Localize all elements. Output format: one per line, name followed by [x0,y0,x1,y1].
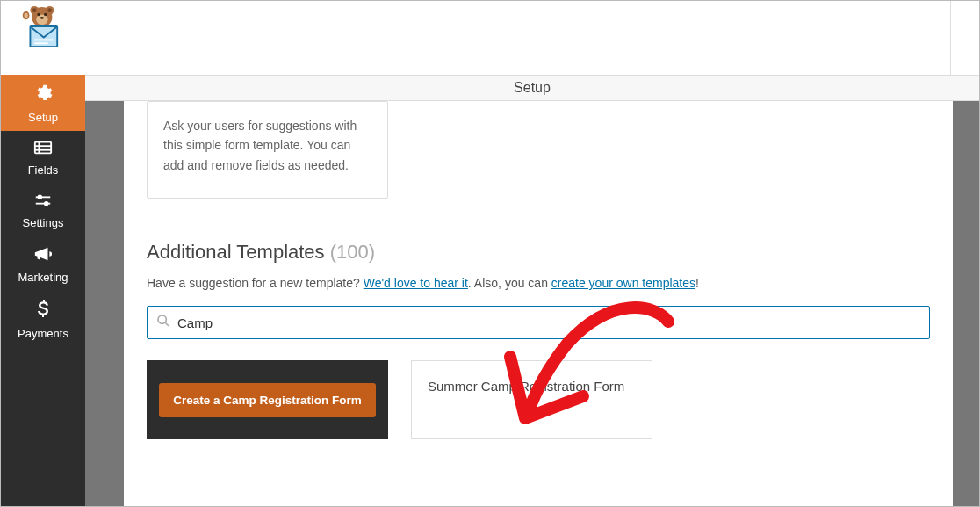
create-form-button[interactable]: Create a Camp Registration Form [159,383,376,417]
app-logo [14,5,67,54]
svg-point-3 [32,8,37,12]
sidebar-item-label: Fields [28,163,59,177]
sidebar: Setup Fields Settings Marketing Payments [1,75,85,506]
section-title: Additional Templates (100) [147,241,930,264]
svg-point-5 [36,15,47,25]
svg-point-7 [44,13,47,16]
svg-point-4 [47,8,52,12]
suggestion-link-create[interactable]: create your own templates [551,276,695,290]
sidebar-item-payments[interactable]: Payments [1,291,85,347]
sidebar-item-settings[interactable]: Settings [1,184,85,236]
sidebar-item-label: Settings [23,216,64,229]
svg-point-10 [25,13,28,18]
gear-icon [33,83,53,107]
svg-point-23 [158,315,166,323]
result-label: Summer Camp Registration Form [428,377,624,397]
section-title-text: Additional Templates [147,241,325,263]
sidebar-item-fields[interactable]: Fields [1,131,85,184]
dollar-icon [37,300,49,323]
svg-rect-13 [34,39,53,40]
suggestion-link-hear[interactable]: We'd love to hear it [364,276,468,290]
result-card-secondary[interactable]: Summer Camp Registration Form [411,360,652,439]
page-header: Setup [85,75,979,101]
template-card[interactable]: Ask your users for suggestions with this… [147,101,388,199]
page-title: Setup [514,80,551,96]
list-icon [33,140,53,160]
top-divider [950,1,951,75]
search-input[interactable] [177,315,920,330]
sidebar-item-label: Payments [18,327,68,340]
bullhorn-icon [33,245,53,267]
sidebar-item-marketing[interactable]: Marketing [1,236,85,291]
svg-point-8 [40,17,44,19]
sidebar-item-setup[interactable]: Setup [1,75,85,131]
svg-point-20 [39,196,42,199]
search-icon [156,314,170,331]
template-search[interactable] [147,306,930,339]
svg-point-6 [37,13,40,16]
results-row: Create a Camp Registration Form Summer C… [147,360,930,439]
sliders-icon [33,192,53,213]
svg-point-22 [45,202,48,206]
template-description: Ask your users for suggestions with this… [163,116,371,175]
svg-rect-15 [35,142,51,154]
svg-line-24 [165,322,169,326]
sidebar-item-label: Marketing [18,271,68,284]
suggestion-text: Have a suggestion for a new template? We… [147,276,930,290]
svg-rect-14 [34,42,47,44]
section-count: (100) [330,241,375,263]
result-card-primary[interactable]: Create a Camp Registration Form [147,360,388,439]
content-panel: Ask your users for suggestions with this… [124,101,953,506]
sidebar-item-label: Setup [28,111,58,124]
